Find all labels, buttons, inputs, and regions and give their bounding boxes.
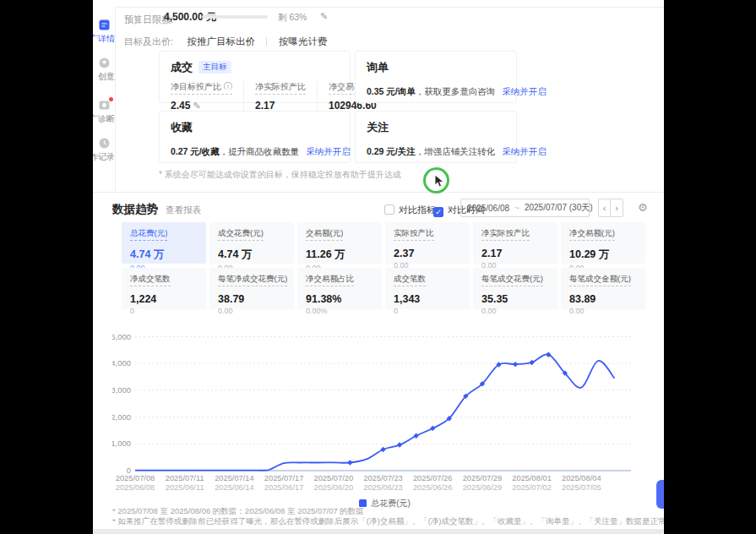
bidding-option-goal[interactable]: 按推广目标出价 [188,36,256,46]
data-point-marker[interactable] [347,460,352,465]
trend-metric-label: 总花费(元) [130,228,167,241]
x-tick-label-current: 2025/07/08 [116,474,155,482]
data-point-marker[interactable] [430,426,435,431]
trend-metric-value: 38.79 [218,293,286,305]
compare-metric-checkbox[interactable]: 对比指标 [384,204,436,215]
trend-metric-value: 2.17 [481,248,549,259]
adopt-enable-link[interactable]: 采纳并开启 [502,146,547,156]
gear-icon[interactable]: ⚙ [638,201,648,214]
prev-period-button[interactable]: ‹ [598,199,611,217]
trend-metric-card[interactable]: 净成交笔数1,2240 [122,268,206,309]
legend-label: 总花费(元) [371,499,411,508]
goal-card-desc: 0.29 元/关注，增强店铺关注转化采纳并开启 [367,146,505,158]
trend-title: 数据趋势 [112,202,158,217]
goal-note: * 系统会尽可能达成你设置的目标，保持稳定投放有助于提升达成 [159,169,401,181]
budget-progress-bar [202,15,268,19]
date-start: 2025/06/08 [467,204,509,213]
checkbox-icon[interactable] [384,204,394,215]
notification-dot [109,97,113,101]
bidding-row: 目标及出价: 按推广目标出价 按曝光计费 [124,33,327,46]
x-tick-label-compare: 2025/06/20 [314,483,354,492]
budget-row: 预算日限额: 4,500.00 元 剩 63% ✎ [124,11,173,25]
x-tick-label-compare: 2025/07/02 [512,483,552,492]
y-tick-label: 3,000 [112,385,131,395]
date-end: 2025/07/07 (30天) [525,202,593,214]
goal-price: 0.29 元/关注 [367,146,416,156]
sidebar-item[interactable]: 广详情 [93,19,116,54]
x-tick-label-compare: 2025/06/11 [166,483,204,492]
trend-metric-card[interactable]: 总花费(元)4.74 万0.00 [122,222,206,264]
trend-metric-sub: 0 [394,307,461,315]
goal-card: 询单0.35 元/询单，获取更多意向咨询采纳并开启 [355,51,517,103]
goal-metric: 净实际投产比2.17 [243,81,317,112]
trend-metric-card[interactable]: 每笔成交花费(元)35.350.00 [473,268,557,309]
compare-metric-label: 对比指标 [399,204,436,215]
info-icon[interactable]: i [224,82,232,90]
sidebar-item[interactable]: 作记录 [93,137,116,172]
adopt-enable-link[interactable]: 采纳并开启 [306,146,351,156]
x-tick-label-current: 2025/07/11 [166,474,204,482]
x-tick-label-compare: 2025/06/23 [363,483,403,492]
trend-metric-value: 35.35 [481,293,549,305]
next-period-button[interactable]: › [611,199,623,217]
trend-metric-card[interactable]: 净实际投产比2.170.00 [473,222,557,264]
trend-chart[interactable]: 01,0002,0003,0004,0005,0002025/07/082025… [112,326,657,497]
x-tick-label-current: 2025/07/29 [463,474,503,482]
diagnosis-icon [99,99,110,110]
x-tick-label-compare: 2025/07/05 [562,483,601,492]
x-tick-label-compare: 2025/06/26 [413,483,453,492]
screen: 广详情创意广诊断作记录 预算日限额: 4,500.00 元 剩 63% ✎ 目标… [0,0,756,534]
x-tick-label-current: 2025/08/01 [512,474,552,482]
goal-card-title: 关注 [367,120,389,135]
trend-metric-card[interactable]: 交易额(元)11.26 万0.00 [297,222,382,264]
bidding-option-impression[interactable]: 按曝光计费 [279,36,328,46]
trend-metric-card[interactable]: 每笔净成交花费(元)38.790.00 [209,268,294,309]
trend-metric-card[interactable]: 实际投产比2.370.00 [385,222,470,264]
x-tick-label-current: 2025/07/17 [264,474,304,482]
trend-metric-card[interactable]: 成交花费(元)4.74 万0.00 [209,222,294,264]
trend-metric-label: 成交笔数 [394,274,426,286]
trend-metric-card[interactable]: 净交易额(元)10.29 万0.00 [561,222,645,264]
trend-metric-value: 91.38% [306,293,373,305]
sidebar-item-label: 作记录 [93,151,115,163]
adopt-enable-link[interactable]: 采纳并开启 [502,86,547,96]
goal-desc-text: ，提升商品收藏数量 [220,146,300,156]
budget-remaining: 剩 63% [278,12,307,24]
y-tick-label: 5,000 [112,332,131,341]
bidding-label: 目标及出价: [124,36,173,46]
x-tick-label-compare: 2025/06/08 [116,483,155,492]
trend-metric-sub: 0 [130,307,198,315]
bidding-divider [266,37,267,46]
sidebar-item[interactable]: 广诊断 [93,99,116,134]
main-series-line [135,354,615,470]
trend-metric-card[interactable]: 成交笔数1,3430 [385,268,470,309]
trend-metric-label: 每笔成交金额(元) [569,274,631,286]
budget-edit-icon[interactable]: ✎ [320,11,328,22]
sidebar-item[interactable]: 创意 [93,57,116,92]
edit-icon[interactable]: ✎ [190,101,200,111]
goal-card-desc: 0.35 元/询单，获取更多意向咨询采纳并开启 [367,86,505,98]
horizontal-scrollbar[interactable] [93,529,664,534]
trend-metric-value: 10.29 万 [569,248,637,262]
trend-metric-card[interactable]: 净交易额占比91.38%0.00% [297,268,382,309]
data-point-marker[interactable] [380,447,385,452]
trend-metric-value: 1,343 [394,293,461,305]
checkbox-checked-icon[interactable]: ✓ [433,207,443,217]
trend-metric-card[interactable]: 每笔成交金额(元)83.890.00 [561,268,645,309]
view-report-link[interactable]: 查看报表 [166,204,201,216]
data-point-marker[interactable] [513,362,518,367]
goal-card-title: 成交 [171,60,193,75]
data-point-marker[interactable] [397,442,402,447]
trend-metric-label: 净成交笔数 [130,274,171,286]
x-tick-label-compare: 2025/06/29 [463,483,503,492]
history-icon [99,137,110,148]
goal-metric-label: 净实际投产比 [255,81,306,95]
date-range-input[interactable]: 2025/06/08 ~ 2025/07/07 (30天) [460,199,590,217]
goal-price: 0.27 元/收藏 [171,146,220,156]
trend-metric-label: 成交花费(元) [218,228,264,241]
trend-metric-value: 4.74 万 [218,248,286,262]
goal-card-title: 收藏 [171,120,193,135]
data-point-marker[interactable] [529,360,534,365]
trend-metric-label: 每笔净成交花费(元) [218,274,287,286]
side-float-button[interactable] [656,480,664,509]
